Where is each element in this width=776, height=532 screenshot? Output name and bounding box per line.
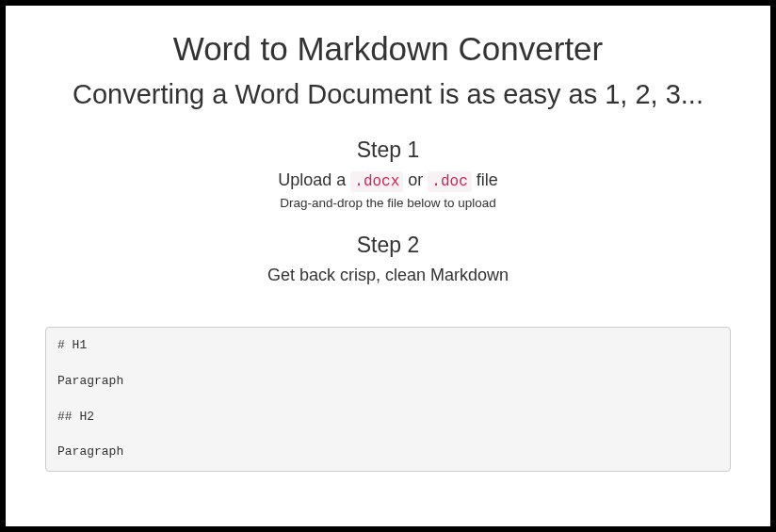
step-1-subtext: Drag-and-drop the file below to upload: [43, 196, 733, 210]
page-container: Word to Markdown Converter Converting a …: [6, 6, 770, 526]
step-1-text: Upload a .docx or .doc file: [43, 170, 733, 190]
markdown-output-sample: # H1 Paragraph ## H2 Paragraph: [45, 327, 731, 472]
step-2-heading: Step 2: [43, 233, 733, 258]
step-1-mid: or: [403, 170, 428, 189]
step-1-heading: Step 1: [43, 137, 733, 163]
doc-extension: .doc: [428, 171, 471, 192]
page-title: Word to Markdown Converter: [43, 30, 733, 68]
page-subtitle: Converting a Word Document is as easy as…: [43, 77, 733, 111]
docx-extension: .docx: [350, 171, 403, 192]
step-1-prefix: Upload a: [278, 170, 350, 189]
step-1-block: Step 1 Upload a .docx or .doc file Drag-…: [43, 137, 733, 210]
step-2-text: Get back crisp, clean Markdown: [43, 266, 733, 285]
step-2-block: Step 2 Get back crisp, clean Markdown: [43, 233, 733, 285]
step-1-suffix: file: [472, 170, 498, 189]
